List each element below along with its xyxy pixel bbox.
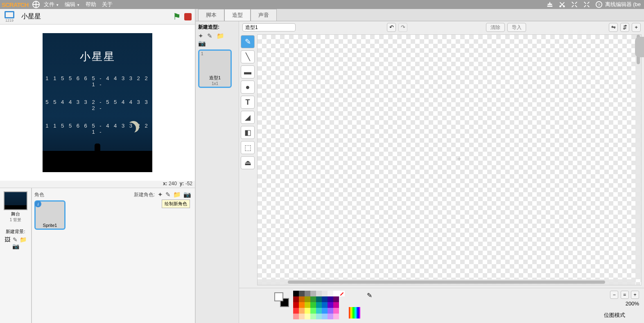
palette-color[interactable]: [333, 308, 339, 314]
fullscreen-icon[interactable]: [5, 11, 14, 18]
upload-sprite-icon[interactable]: 📁: [173, 191, 181, 198]
palette-color[interactable]: [322, 302, 328, 308]
flip-v-icon[interactable]: ⇵: [620, 23, 629, 32]
menu-help[interactable]: 帮助: [86, 1, 96, 8]
palette-color[interactable]: [328, 308, 333, 314]
brush-tool-icon[interactable]: ✎: [241, 35, 255, 48]
palette-color[interactable]: [322, 314, 328, 319]
palette-color[interactable]: [293, 314, 299, 319]
upload-costume-icon[interactable]: 📁: [217, 32, 224, 39]
stage-thumbnail[interactable]: [4, 191, 27, 210]
line-tool-icon[interactable]: ╲: [241, 50, 255, 63]
palette-none[interactable]: [339, 291, 345, 296]
palette-color[interactable]: [305, 302, 310, 308]
stop-icon[interactable]: [184, 13, 192, 20]
palette-color[interactable]: [328, 296, 333, 302]
palette-color[interactable]: [316, 314, 322, 319]
costume-name-input[interactable]: [242, 23, 296, 31]
palette-color[interactable]: [316, 296, 322, 302]
language-icon[interactable]: [32, 1, 40, 8]
menu-file[interactable]: 文件: [44, 1, 59, 8]
flip-h-icon[interactable]: ⇋: [609, 23, 618, 32]
library-icon[interactable]: 🖼: [5, 236, 10, 243]
palette-color[interactable]: [310, 308, 316, 314]
tab-costumes[interactable]: 造型: [224, 9, 251, 21]
palette-color[interactable]: [322, 296, 328, 302]
palette-color[interactable]: [333, 302, 339, 308]
stamp-icon[interactable]: [546, 1, 554, 8]
palette-color[interactable]: [293, 308, 299, 314]
stage[interactable]: 小星星 1 1 5 5 6 6 5 - 4 4 3 3 2 2 1 - 5 5 …: [0, 25, 195, 181]
clear-button[interactable]: 清除: [486, 23, 505, 32]
paint-sprite-icon[interactable]: ✎: [165, 191, 171, 198]
stamp-tool-icon[interactable]: ⏏: [241, 156, 255, 169]
help-icon[interactable]: ?: [595, 1, 603, 8]
paint-icon[interactable]: ✎: [13, 236, 18, 243]
library-costume-icon[interactable]: ✦: [198, 32, 203, 39]
palette-color[interactable]: [310, 302, 316, 308]
import-button[interactable]: 导入: [507, 23, 526, 32]
palette-color[interactable]: [310, 296, 316, 302]
gradient-picker[interactable]: [349, 307, 360, 319]
palette-color[interactable]: [305, 296, 310, 302]
sprite-info-icon[interactable]: i: [35, 201, 41, 207]
palette-color[interactable]: [328, 314, 333, 319]
fill-tool-icon[interactable]: ◢: [241, 111, 255, 124]
eraser-tool-icon[interactable]: ◧: [241, 126, 255, 139]
menu-edit[interactable]: 编辑: [65, 1, 80, 8]
palette-color[interactable]: [328, 291, 333, 296]
tab-sounds[interactable]: 声音: [251, 9, 277, 21]
palette-color[interactable]: [299, 291, 305, 296]
palette-color[interactable]: [333, 291, 339, 296]
costume-thumbnail[interactable]: 1 造型1 1x1: [198, 49, 232, 88]
palette-color[interactable]: [293, 291, 299, 296]
palette-color[interactable]: [305, 308, 310, 314]
palette-color[interactable]: [299, 308, 305, 314]
h-scrollbar[interactable]: [258, 279, 635, 285]
zoom-reset-icon[interactable]: =: [621, 291, 629, 299]
palette-color[interactable]: [316, 291, 322, 296]
sprite-thumbnail[interactable]: i Sprite1: [34, 200, 66, 230]
rect-tool-icon[interactable]: ▬: [241, 65, 255, 79]
palette-color[interactable]: [310, 314, 316, 319]
text-tool-icon[interactable]: T: [241, 96, 255, 109]
zoom-in-icon[interactable]: +: [631, 291, 639, 299]
select-tool-icon[interactable]: ⬚: [241, 141, 255, 154]
camera-icon[interactable]: 📷: [12, 243, 19, 249]
camera-costume-icon[interactable]: 📷: [198, 40, 206, 47]
grow-icon[interactable]: [571, 1, 578, 8]
palette-color[interactable]: [333, 314, 339, 319]
library-sprite-icon[interactable]: ✦: [158, 191, 163, 198]
color-swatches[interactable]: [274, 292, 289, 307]
eyedropper-icon[interactable]: ✎: [367, 292, 375, 300]
camera-sprite-icon[interactable]: 📷: [183, 191, 191, 198]
palette-color[interactable]: [305, 291, 310, 296]
paint-costume-icon[interactable]: ✎: [207, 32, 212, 39]
help-drawer-tab[interactable]: [635, 37, 644, 57]
palette-color[interactable]: [322, 291, 328, 296]
center-icon[interactable]: +: [632, 23, 641, 32]
v-scrollbar[interactable]: [635, 35, 641, 279]
palette-color[interactable]: [293, 302, 299, 308]
zoom-out-icon[interactable]: −: [610, 291, 618, 299]
palette-color[interactable]: [333, 296, 339, 302]
upload-icon[interactable]: 📁: [20, 236, 27, 243]
palette-color[interactable]: [299, 302, 305, 308]
palette-color[interactable]: [310, 291, 316, 296]
palette-color[interactable]: [322, 308, 328, 314]
palette-color[interactable]: [328, 302, 333, 308]
undo-icon[interactable]: ↶: [387, 23, 396, 32]
paint-canvas[interactable]: +: [257, 34, 642, 285]
scissors-icon[interactable]: [558, 1, 566, 8]
ellipse-tool-icon[interactable]: ●: [241, 81, 255, 94]
palette-color[interactable]: [305, 314, 310, 319]
shrink-icon[interactable]: [583, 1, 590, 8]
menu-about[interactable]: 关于: [102, 1, 113, 8]
tab-scripts[interactable]: 脚本: [198, 9, 224, 21]
palette-color[interactable]: [299, 314, 305, 319]
palette-color[interactable]: [316, 302, 322, 308]
redo-icon[interactable]: ↷: [398, 23, 407, 32]
palette-color[interactable]: [299, 296, 305, 302]
green-flag-icon[interactable]: ⚑: [173, 11, 181, 22]
palette-color[interactable]: [316, 308, 322, 314]
